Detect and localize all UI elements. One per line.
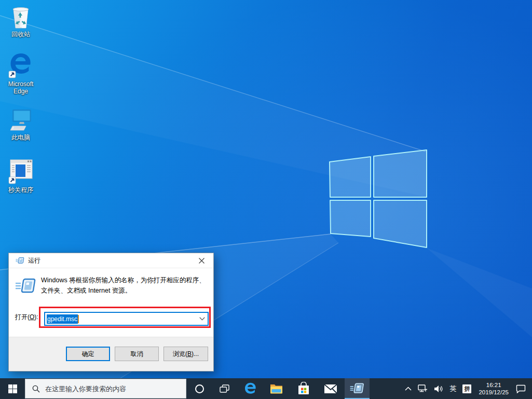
windows-flag-icon [330, 150, 427, 247]
system-tray: 英 拼 16:21 2019/12/25 [402, 378, 529, 399]
close-button[interactable] [190, 253, 213, 268]
microsoft-store-icon [297, 382, 310, 395]
windows-start-icon [8, 384, 17, 393]
ime-mode-indicator[interactable]: 拼 [459, 378, 474, 399]
dialog-description: Windows 将根据你所输入的名称，为你打开相应的程序、 文件夹、文档或 In… [41, 275, 210, 296]
taskbar-file-explorer-button[interactable] [264, 378, 289, 399]
shortcut-arrow-overlay-icon [9, 177, 16, 184]
desktop-icon-shortcut-app[interactable]: 秒关程序 [3, 159, 38, 194]
network-status-button[interactable] [415, 378, 431, 399]
cortana-icon [195, 384, 204, 394]
clock-time: 16:21 [479, 381, 509, 389]
red-annotation-box: gpedit.msc [39, 307, 211, 328]
tray-overflow-button[interactable] [402, 378, 415, 399]
browse-button[interactable]: 浏览(B)... [163, 347, 208, 361]
clock[interactable]: 16:21 2019/12/25 [474, 378, 513, 399]
desktop-icon-recycle-bin[interactable]: 回收站 [3, 3, 38, 38]
edge-icon [3, 53, 38, 79]
run-window-icon [16, 257, 24, 264]
open-field-label: 打开(O): [15, 313, 38, 322]
cortana-button[interactable] [187, 378, 212, 399]
taskbar-store-button[interactable] [291, 378, 316, 399]
desktop: 回收站 Microsoft Edge [0, 0, 532, 378]
ime-pinyin-badge: 拼 [462, 384, 471, 393]
combobox-dropdown-button[interactable] [197, 313, 207, 324]
dialog-titlebar[interactable]: 运行 [9, 253, 213, 268]
dialog-body: Windows 将根据你所输入的名称，为你打开相应的程序、 文件夹、文档或 In… [9, 268, 213, 337]
desktop-icon-label: 此电脑 [3, 134, 38, 141]
run-command-combobox[interactable]: gpedit.msc [44, 312, 209, 326]
selected-input-text: gpedit.msc [47, 314, 78, 324]
run-window-icon [16, 277, 36, 297]
cancel-button[interactable]: 取消 [115, 347, 159, 361]
desktop-icon-this-pc[interactable]: 此电脑 [3, 106, 38, 141]
taskbar-mail-button[interactable] [318, 378, 343, 399]
app-window-icon [3, 159, 38, 185]
task-view-button[interactable] [212, 378, 237, 399]
chevron-down-icon [199, 317, 205, 321]
taskbar-edge-button[interactable] [238, 378, 263, 399]
task-view-icon [220, 384, 229, 393]
network-icon [418, 384, 428, 393]
close-icon [199, 258, 204, 264]
chevron-up-icon [405, 387, 412, 391]
run-window-icon [350, 382, 364, 394]
edge-icon [243, 382, 257, 395]
start-button[interactable] [0, 378, 25, 399]
recycle-bin-icon [3, 3, 38, 29]
text-caret [78, 315, 79, 323]
taskbar-run-app-button[interactable] [345, 378, 370, 399]
this-pc-icon [3, 106, 38, 132]
taskbar: 英 拼 16:21 2019/12/25 [0, 378, 532, 399]
search-icon [32, 385, 40, 393]
search-input[interactable] [45, 385, 186, 393]
volume-icon [434, 385, 443, 393]
taskbar-search-box[interactable] [25, 379, 186, 398]
mail-icon [324, 384, 337, 394]
action-center-button[interactable] [513, 378, 529, 399]
ok-button[interactable]: 确定 [66, 347, 110, 361]
file-explorer-icon [270, 383, 283, 394]
desktop-icon-label: Microsoft Edge [3, 80, 38, 95]
run-dialog-window: 运行 Windows 将根据你所输入的名称，为你打开相 [8, 253, 214, 372]
dialog-footer: 确定 取消 浏览(B)... [9, 337, 213, 371]
action-center-icon [516, 384, 526, 393]
desktop-icon-microsoft-edge[interactable]: Microsoft Edge [3, 53, 38, 95]
dialog-title: 运行 [28, 256, 40, 265]
desktop-icon-label: 秒关程序 [3, 186, 38, 194]
shortcut-arrow-overlay-icon [9, 71, 16, 78]
clock-date: 2019/12/25 [479, 389, 509, 396]
volume-button[interactable] [431, 378, 446, 399]
language-indicator[interactable]: 英 [446, 378, 459, 399]
desktop-icon-label: 回收站 [3, 31, 38, 38]
